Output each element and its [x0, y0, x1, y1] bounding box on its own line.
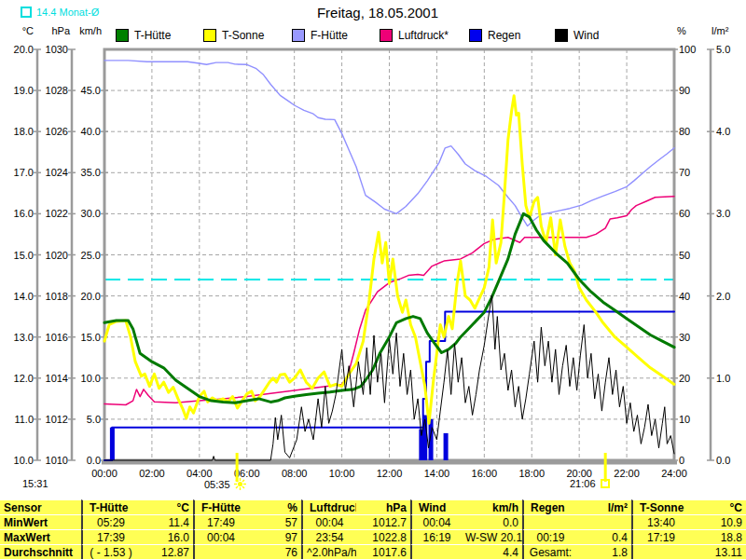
svg-text:14:00: 14:00	[424, 468, 450, 479]
cell: 97	[247, 529, 301, 544]
cell: 17:39	[81, 529, 139, 544]
cell: ^2.0hPa/h	[301, 544, 356, 559]
stats-table: Sensor T-Hütte °C F-Hütte % Luftdruck hP…	[0, 499, 746, 559]
svg-text:90: 90	[679, 85, 690, 96]
cell	[577, 514, 631, 529]
gridlines	[104, 49, 674, 460]
cell	[193, 544, 247, 559]
svg-text:11.0: 11.0	[14, 414, 34, 425]
svg-text:24:00: 24:00	[661, 468, 687, 479]
col-regen-unit: l/m²	[577, 499, 631, 514]
svg-text:45.0: 45.0	[81, 85, 101, 96]
row-label: Durchschnitt	[0, 544, 81, 559]
svg-text:19.0: 19.0	[14, 85, 34, 96]
svg-text:30: 30	[679, 332, 690, 343]
svg-text:5.0: 5.0	[716, 44, 730, 55]
svg-text:1016: 1016	[46, 332, 68, 343]
svg-text:1010: 1010	[46, 455, 68, 466]
svg-text:12.0: 12.0	[14, 373, 34, 384]
svg-text:35.0: 35.0	[81, 167, 101, 178]
col-regen: Regen	[522, 499, 577, 514]
svg-text:1012: 1012	[46, 414, 68, 425]
cell: 57	[247, 514, 301, 529]
svg-text:08:00: 08:00	[282, 468, 308, 479]
cell: 17:49	[193, 514, 247, 529]
cell: 4.4	[462, 544, 522, 559]
svg-text:1020: 1020	[46, 250, 68, 261]
svg-text:1026: 1026	[46, 126, 68, 137]
svg-text:17.0: 17.0	[14, 167, 34, 178]
col-t-sonne-unit: °C	[689, 499, 746, 514]
cell: 17:19	[631, 529, 689, 544]
svg-text:10: 10	[679, 414, 690, 425]
svg-text:10:00: 10:00	[329, 468, 355, 479]
cell: ( - 1.53 )	[81, 544, 139, 559]
svg-text:20: 20	[679, 373, 690, 384]
cell: 00:04	[301, 514, 356, 529]
svg-text:10.0: 10.0	[14, 455, 34, 466]
cell: 13.11	[689, 544, 746, 559]
svg-text:30.0: 30.0	[81, 208, 101, 219]
svg-text:16.0: 16.0	[14, 208, 34, 219]
sunset-time: 21:06	[570, 478, 596, 489]
sunrise-time: 05:35	[204, 479, 230, 490]
row-label: MaxWert	[0, 529, 81, 544]
cell: 16:19	[410, 529, 462, 544]
svg-text:13.0: 13.0	[14, 332, 34, 343]
svg-text:50: 50	[679, 250, 690, 261]
cell: 0.4	[577, 529, 631, 544]
svg-text:0.0: 0.0	[87, 455, 101, 466]
svg-text:1024: 1024	[46, 167, 68, 178]
cell: 13:40	[631, 514, 689, 529]
cell: 1017.6	[356, 544, 410, 559]
cell: 00:04	[193, 529, 247, 544]
chart-plot: 20.019.018.017.016.015.014.013.012.011.0…	[0, 0, 746, 499]
cell: 12.87	[139, 544, 193, 559]
svg-text:70: 70	[679, 167, 690, 178]
svg-text:22:00: 22:00	[614, 468, 640, 479]
svg-text:12:00: 12:00	[377, 468, 403, 479]
svg-text:16:00: 16:00	[472, 468, 498, 479]
col-f-huette: F-Hütte	[193, 499, 247, 514]
col-t-sonne: T-Sonne	[631, 499, 689, 514]
svg-text:4.0: 4.0	[716, 126, 730, 137]
svg-text:0.0: 0.0	[716, 455, 730, 466]
cell	[410, 544, 462, 559]
svg-text:5.0: 5.0	[87, 414, 101, 425]
sunrise-sun-icon	[234, 478, 246, 490]
rain-bars	[110, 415, 449, 460]
cell: Gesamt:	[522, 544, 577, 559]
svg-text:10.0: 10.0	[81, 373, 101, 384]
svg-text:1030: 1030	[46, 44, 68, 55]
svg-text:15.0: 15.0	[14, 250, 34, 261]
stats-header-row: Sensor T-Hütte °C F-Hütte % Luftdruck hP…	[0, 499, 746, 514]
col-f-huette-unit: %	[247, 499, 301, 514]
svg-text:20.0: 20.0	[81, 291, 101, 302]
svg-text:14.0: 14.0	[14, 291, 34, 302]
print-time: 15:31	[22, 478, 48, 489]
sunset-square-icon	[601, 479, 610, 488]
svg-text:20.0: 20.0	[14, 44, 34, 55]
col-luftdruck-unit: hPa	[356, 499, 410, 514]
svg-text:0: 0	[679, 455, 684, 466]
col-t-huette: T-Hütte	[81, 499, 139, 514]
stats-row-minwert: MinWert 05:29 11.4 17:49 57 00:04 1012.7…	[0, 514, 746, 529]
svg-text:25.0: 25.0	[81, 250, 101, 261]
sunrise-marker-label: 05:35	[204, 478, 246, 490]
svg-text:40.0: 40.0	[81, 126, 101, 137]
cell: 18.8	[689, 529, 746, 544]
cell: 1.8	[577, 544, 631, 559]
cell: W-SW 20.1	[462, 529, 522, 544]
cell	[522, 514, 577, 529]
row-label: MinWert	[0, 514, 81, 529]
svg-text:1018: 1018	[46, 291, 68, 302]
svg-text:100: 100	[679, 44, 696, 55]
col-luftdruck: Luftdruck	[301, 499, 356, 514]
cell: 16.0	[139, 529, 193, 544]
col-wind-unit: km/h	[462, 499, 522, 514]
svg-text:3.0: 3.0	[716, 208, 730, 219]
col-wind: Wind	[410, 499, 462, 514]
cell	[631, 544, 689, 559]
cell: 1022.8	[356, 529, 410, 544]
svg-text:60: 60	[679, 208, 690, 219]
